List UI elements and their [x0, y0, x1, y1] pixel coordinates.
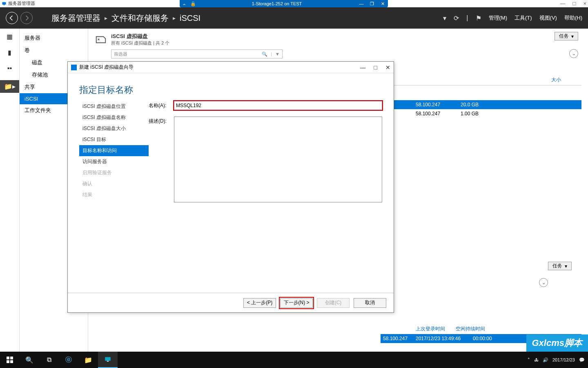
nav-item-servers[interactable]: 服务器 — [20, 32, 88, 44]
prev-button[interactable]: < 上一步(P) — [243, 298, 276, 308]
svg-rect-7 — [107, 361, 109, 361]
col-size[interactable]: 大小 — [549, 75, 581, 85]
wizard-titlebar[interactable]: 新建 iSCSI 虚拟磁盘向导 — □ ✕ — [68, 62, 394, 73]
system-tray[interactable]: ˄ 🖧 🔊 2017/12/23 💬 — [528, 357, 588, 363]
cell-ip: 58.100.247 — [413, 109, 458, 118]
cell-idle: 00:00:00 — [470, 334, 500, 343]
remote-session-title: 1-Storage1-252 on TEST — [198, 1, 356, 6]
wizard-title-text: 新建 iSCSI 虚拟磁盘向导 — [79, 64, 134, 71]
collapse-toggle[interactable]: ⌄ — [569, 49, 578, 58]
menu-tools[interactable]: 工具(T) — [514, 14, 532, 22]
breadcrumb: 服务器管理器 ▸ 文件和存储服务 ▸ iSCSI — [51, 13, 200, 24]
svg-rect-4 — [7, 360, 9, 363]
step-item[interactable]: iSCSI 虚拟磁盘名称 — [79, 112, 149, 123]
cancel-button[interactable]: 取消 — [354, 298, 386, 308]
task-view-button[interactable]: ⧉ — [39, 352, 59, 368]
lock-icon[interactable]: 🔒 — [189, 1, 198, 7]
cell-size: 20.0 GB — [458, 100, 491, 109]
wizard-close-button[interactable]: ✕ — [385, 64, 390, 71]
step-item[interactable]: iSCSI 目标 — [79, 134, 149, 145]
remote-session-bar[interactable]: ⫠ 🔒 1-Storage1-252 on TEST — ❐ ✕ — [180, 0, 388, 7]
next-button[interactable]: 下一步(N) > — [280, 298, 313, 308]
menu-help[interactable]: 帮助(H) — [564, 14, 582, 22]
svg-rect-1 — [4, 4, 5, 5]
nav-back-button[interactable] — [6, 12, 18, 24]
outer-window-title: 服务器管理器 — [8, 0, 35, 7]
svg-rect-5 — [10, 360, 13, 363]
tasks-label: 任务 — [559, 33, 569, 40]
local-server-icon[interactable]: ▮ — [8, 49, 11, 56]
name-label: 名称(A): — [149, 101, 174, 109]
dropdown-icon[interactable]: ▾ — [443, 14, 446, 22]
collapse-toggle[interactable]: ⌄ — [539, 278, 548, 287]
notifications-icon[interactable]: 💬 — [579, 357, 585, 363]
breadcrumb-item[interactable]: 文件和存储服务 — [111, 13, 169, 24]
start-button[interactable] — [0, 352, 20, 368]
rds-close-button[interactable]: ✕ — [377, 1, 388, 7]
step-item[interactable]: 访问服务器 — [79, 156, 149, 167]
cell-ip: 58.100.247 — [381, 334, 413, 343]
wizard-maximize-button[interactable]: □ — [374, 64, 377, 71]
wizard-dialog: 新建 iSCSI 虚拟磁盘向导 — □ ✕ 指定目标名称 iSCSI 虚拟磁盘位… — [67, 61, 394, 313]
chevron-right-icon: ▸ — [173, 15, 176, 21]
col-last-login[interactable]: 上次登录时间 — [413, 324, 453, 334]
tasks-label: 任务 — [552, 263, 562, 269]
outer-close-button[interactable]: × — [583, 0, 586, 7]
icon-rail: ▦ ▮ ▪▪ 📁▸ — [0, 29, 20, 352]
separator-icon: | — [466, 14, 468, 22]
col-idle-time[interactable]: 空闲持续时间 — [453, 324, 493, 334]
watermark-badge: Gxlcms脚本 — [526, 334, 588, 352]
ie-icon[interactable]: ⓔ — [59, 352, 78, 368]
rds-minimize-button[interactable]: — — [356, 1, 367, 7]
outer-maximize-button[interactable]: □ — [573, 0, 576, 7]
refresh-icon[interactable]: ⟳ — [454, 14, 459, 22]
cell-time: 2017/12/23 13:49:46 — [413, 334, 470, 343]
network-icon[interactable]: 🖧 — [534, 357, 539, 362]
menu-manage[interactable]: 管理(M) — [489, 14, 508, 22]
tasks-dropdown[interactable]: 任务 ▾ — [548, 262, 572, 270]
step-item[interactable]: iSCSI 虚拟磁盘位置 — [79, 101, 149, 112]
wizard-minimize-button[interactable]: — — [360, 64, 366, 71]
filter-options-icon[interactable]: ▼ — [275, 52, 280, 56]
filter-bar[interactable]: 筛选器 🔍 | ▼ — [111, 49, 283, 58]
wizard-footer: < 上一步(P) 下一步(N) > 创建(C) 取消 — [68, 293, 394, 312]
step-item[interactable]: iSCSI 虚拟磁盘大小 — [79, 123, 149, 134]
chevron-right-icon: ▸ — [105, 15, 107, 21]
breadcrumb-item[interactable]: 服务器管理器 — [51, 13, 100, 24]
chevron-down-icon: ▾ — [571, 34, 574, 39]
nav-forward-button[interactable] — [20, 12, 33, 24]
all-servers-icon[interactable]: ▪▪ — [7, 65, 12, 72]
dashboard-icon[interactable]: ▦ — [7, 33, 13, 40]
tasks-dropdown[interactable]: 任务 ▾ — [555, 32, 578, 40]
outer-minimize-button[interactable]: — — [560, 0, 566, 7]
server-manager-taskbar-icon[interactable] — [98, 352, 118, 368]
menu-view[interactable]: 视图(V) — [539, 14, 557, 22]
taskbar: 🔍 ⧉ ⓔ 📁 ˄ 🖧 🔊 2017/12/23 💬 — [0, 352, 588, 368]
wizard-form: 名称(A): 描述(D): — [149, 101, 382, 293]
description-textarea[interactable] — [174, 117, 382, 202]
pin-icon[interactable]: ⫠ — [180, 1, 189, 6]
panel-title: iSCSI 虚拟磁盘 — [111, 33, 169, 40]
file-services-icon[interactable]: 📁▸ — [0, 80, 19, 93]
nav-item-volumes[interactable]: 卷 — [20, 44, 88, 56]
disk-icon — [95, 34, 107, 46]
wizard-steps: iSCSI 虚拟磁盘位置 iSCSI 虚拟磁盘名称 iSCSI 虚拟磁盘大小 i… — [79, 101, 149, 293]
step-item: 结果 — [79, 189, 149, 200]
clock[interactable]: 2017/12/23 — [552, 357, 575, 362]
filter-placeholder: 筛选器 — [114, 51, 127, 57]
rds-restore-button[interactable]: ❐ — [367, 1, 377, 7]
svg-rect-0 — [2, 2, 6, 4]
volume-icon[interactable]: 🔊 — [543, 357, 548, 363]
wizard-icon — [71, 65, 77, 70]
step-item: 启用验证服务 — [79, 167, 149, 178]
tray-up-icon[interactable]: ˄ — [528, 357, 530, 363]
create-button: 创建(C) — [317, 298, 350, 308]
explorer-icon[interactable]: 📁 — [78, 352, 98, 368]
search-button[interactable]: 🔍 — [20, 352, 39, 368]
flag-icon[interactable]: ⚑ — [476, 14, 481, 22]
step-item-current[interactable]: 目标名称和访问 — [79, 145, 149, 156]
target-name-input[interactable] — [174, 101, 382, 110]
breadcrumb-item[interactable]: iSCSI — [180, 13, 200, 23]
search-icon[interactable]: 🔍 — [262, 52, 267, 57]
chevron-down-icon: ▾ — [565, 263, 567, 269]
